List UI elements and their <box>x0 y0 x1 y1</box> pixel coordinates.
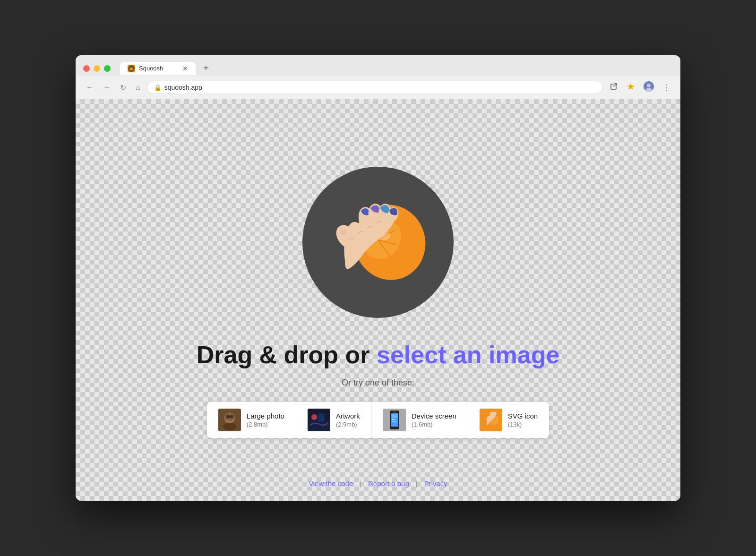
reload-button[interactable]: ↻ <box>117 81 129 94</box>
sample-info-artwork: Artwork (2.9mb) <box>336 412 360 428</box>
svg-point-4 <box>647 84 651 87</box>
active-tab[interactable]: Squoosh ✕ <box>120 62 196 75</box>
tab-close-icon[interactable]: ✕ <box>182 65 188 72</box>
lock-icon: 🔒 <box>154 84 162 91</box>
home-button[interactable]: ⌂ <box>133 81 143 94</box>
traffic-lights <box>83 65 111 72</box>
browser-window: Squoosh ✕ + ← → ↻ ⌂ 🔒 squoosh.app <box>76 55 680 501</box>
svg-point-1 <box>129 68 133 70</box>
tab-bar: Squoosh ✕ + <box>120 61 673 76</box>
external-link-button[interactable] <box>607 80 621 94</box>
subtitle: Or try one of these: <box>342 378 414 388</box>
privacy-link[interactable]: Privacy <box>418 479 454 488</box>
squoosh-logo <box>302 167 454 318</box>
back-button[interactable]: ← <box>83 81 96 94</box>
sample-size: (2.8mb) <box>247 421 284 428</box>
samples-row: Large photo (2.8mb) Artwork (2.9 <box>207 402 549 438</box>
svg-point-14 <box>311 414 317 420</box>
sample-info-large-photo: Large photo (2.8mb) <box>247 412 284 428</box>
menu-button[interactable]: ⋮ <box>660 81 673 94</box>
title-bar: Squoosh ✕ + <box>76 55 680 76</box>
sample-large-photo[interactable]: Large photo (2.8mb) <box>207 402 296 438</box>
new-tab-button[interactable]: + <box>199 61 213 76</box>
sample-size: (1.6mb) <box>412 421 456 428</box>
sample-info-device: Device screen (1.6mb) <box>412 412 456 428</box>
svg-marker-2 <box>627 83 635 90</box>
url-text: squoosh.app <box>164 84 202 91</box>
svg-rect-20 <box>394 429 395 430</box>
svg-rect-22 <box>392 419 395 420</box>
svg-point-11 <box>226 415 230 419</box>
maximize-button[interactable] <box>104 65 111 72</box>
svg-point-5 <box>645 88 652 92</box>
sample-name: Device screen <box>412 412 456 420</box>
thumb-large-photo <box>218 409 241 431</box>
sample-device[interactable]: Device screen (1.6mb) <box>372 402 468 438</box>
page-content: Drag & drop or select an image Or try on… <box>76 99 680 501</box>
tab-favicon <box>128 65 135 72</box>
sample-artwork[interactable]: Artwork (2.9mb) <box>296 402 372 438</box>
forward-button[interactable]: → <box>100 81 113 94</box>
sample-name: SVG icon <box>508 412 538 420</box>
thumb-device <box>383 409 406 431</box>
thumb-svg <box>480 409 502 431</box>
sample-info-svg: SVG icon (13k) <box>508 412 538 428</box>
view-code-link[interactable]: View the code <box>302 479 360 488</box>
sample-size: (2.9mb) <box>336 421 360 428</box>
close-button[interactable] <box>83 65 90 72</box>
svg-point-10 <box>223 423 236 430</box>
browser-controls: ← → ↻ ⌂ 🔒 squoosh.app <box>76 76 680 99</box>
sample-name: Artwork <box>336 412 360 420</box>
thumb-artwork <box>308 409 330 431</box>
svg-rect-19 <box>393 411 396 412</box>
sample-name: Large photo <box>247 412 284 420</box>
tab-title: Squoosh <box>139 65 163 72</box>
sample-svg-icon[interactable]: SVG icon (13k) <box>468 402 549 438</box>
heading-text-static: Drag & drop or <box>197 341 377 368</box>
select-image-link[interactable]: select an image <box>377 341 559 368</box>
bookmark-button[interactable] <box>624 80 638 94</box>
svg-rect-21 <box>392 414 397 418</box>
report-bug-link[interactable]: Report a bug <box>361 479 416 488</box>
sample-size: (13k) <box>508 421 538 428</box>
svg-rect-15 <box>318 413 325 422</box>
toolbar-right: ⋮ <box>607 79 673 95</box>
address-bar[interactable]: 🔒 squoosh.app <box>147 81 603 94</box>
footer-links: View the code | Report a bug | Privacy <box>302 479 454 488</box>
svg-point-12 <box>230 415 233 419</box>
profile-button[interactable] <box>641 79 657 95</box>
minimize-button[interactable] <box>94 65 100 72</box>
svg-rect-23 <box>392 421 396 422</box>
main-heading: Drag & drop or select an image <box>197 342 560 368</box>
